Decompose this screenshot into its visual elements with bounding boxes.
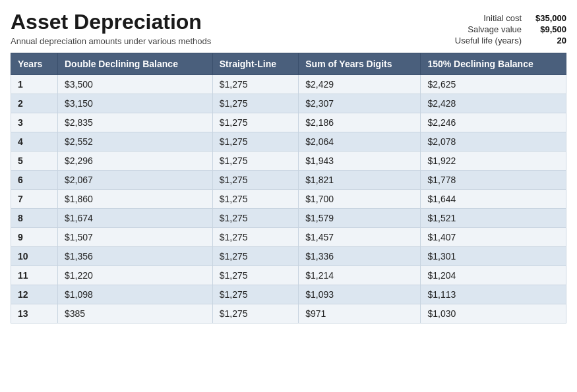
cell-sl: $1,275: [212, 94, 299, 113]
table-row: 1$3,500$1,275$2,429$2,625: [11, 75, 566, 94]
table-row: 13$385$1,275$971$1,030: [11, 304, 566, 323]
table-row: 2$3,150$1,275$2,307$2,428: [11, 94, 566, 113]
cell-db150: $2,246: [421, 113, 566, 132]
param-label: Useful life (years): [455, 36, 522, 45]
cell-ddb: $2,552: [58, 132, 213, 152]
cell-sl: $1,275: [212, 247, 299, 266]
cell-sl: $1,275: [212, 132, 299, 152]
cell-years: 6: [11, 171, 58, 190]
cell-sl: $1,275: [212, 171, 299, 190]
cell-db150: $1,922: [421, 152, 566, 171]
cell-syd: $2,307: [299, 94, 421, 113]
cell-db150: $2,078: [421, 132, 566, 152]
param-label: Initial cost: [455, 13, 522, 23]
cell-years: 2: [11, 94, 58, 113]
cell-years: 12: [11, 285, 58, 304]
cell-db150: $1,113: [421, 285, 566, 304]
table-row: 9$1,507$1,275$1,457$1,407: [11, 228, 566, 247]
cell-years: 11: [11, 266, 58, 285]
cell-sl: $1,275: [212, 152, 299, 171]
cell-years: 13: [11, 304, 58, 323]
table-header-row: YearsDouble Declining BalanceStraight-Li…: [11, 53, 566, 75]
table-row: 11$1,220$1,275$1,214$1,204: [11, 266, 566, 285]
cell-sl: $1,275: [212, 75, 299, 94]
col-header-sl: Straight-Line: [212, 53, 299, 75]
cell-syd: $1,700: [299, 190, 421, 209]
table-row: 10$1,356$1,275$1,336$1,301: [11, 247, 566, 266]
cell-ddb: $1,674: [58, 209, 213, 228]
cell-sl: $1,275: [212, 228, 299, 247]
cell-db150: $1,407: [421, 228, 566, 247]
table-row: 6$2,067$1,275$1,821$1,778: [11, 171, 566, 190]
table-row: 12$1,098$1,275$1,093$1,113: [11, 285, 566, 304]
cell-ddb: $1,356: [58, 247, 213, 266]
cell-years: 4: [11, 132, 58, 152]
col-header-db150: 150% Declining Balance: [421, 53, 566, 75]
top-section: Asset Depreciation Annual depreciation a…: [11, 11, 566, 46]
cell-ddb: $1,220: [58, 266, 213, 285]
cell-db150: $2,428: [421, 94, 566, 113]
cell-ddb: $1,860: [58, 190, 213, 209]
cell-syd: $1,943: [299, 152, 421, 171]
param-label: Salvage value: [455, 24, 522, 34]
cell-ddb: $3,150: [58, 94, 213, 113]
cell-sl: $1,275: [212, 190, 299, 209]
main-title: Asset Depreciation: [11, 11, 211, 34]
cell-db150: $1,301: [421, 247, 566, 266]
cell-ddb: $2,067: [58, 171, 213, 190]
col-header-years: Years: [11, 53, 58, 75]
cell-sl: $1,275: [212, 266, 299, 285]
cell-years: 3: [11, 113, 58, 132]
cell-years: 9: [11, 228, 58, 247]
cell-syd: $1,336: [299, 247, 421, 266]
cell-syd: $1,214: [299, 266, 421, 285]
table-row: 4$2,552$1,275$2,064$2,078: [11, 132, 566, 152]
cell-syd: $2,064: [299, 132, 421, 152]
col-header-syd: Sum of Years Digits: [299, 53, 421, 75]
cell-syd: $1,093: [299, 285, 421, 304]
cell-syd: $971: [299, 304, 421, 323]
col-header-ddb: Double Declining Balance: [58, 53, 213, 75]
param-value: $9,500: [527, 24, 566, 34]
table-body: 1$3,500$1,275$2,429$2,6252$3,150$1,275$2…: [11, 75, 566, 323]
params-block: Initial cost$35,000Salvage value$9,500Us…: [455, 13, 566, 45]
param-value: 20: [527, 36, 566, 45]
cell-ddb: $2,296: [58, 152, 213, 171]
cell-years: 7: [11, 190, 58, 209]
cell-years: 5: [11, 152, 58, 171]
cell-db150: $2,625: [421, 75, 566, 94]
cell-db150: $1,644: [421, 190, 566, 209]
cell-ddb: $3,500: [58, 75, 213, 94]
table-row: 7$1,860$1,275$1,700$1,644: [11, 190, 566, 209]
cell-sl: $1,275: [212, 113, 299, 132]
cell-db150: $1,521: [421, 209, 566, 228]
cell-years: 10: [11, 247, 58, 266]
cell-ddb: $2,835: [58, 113, 213, 132]
cell-syd: $2,429: [299, 75, 421, 94]
cell-db150: $1,204: [421, 266, 566, 285]
cell-years: 1: [11, 75, 58, 94]
cell-sl: $1,275: [212, 304, 299, 323]
table-row: 3$2,835$1,275$2,186$2,246: [11, 113, 566, 132]
cell-sl: $1,275: [212, 209, 299, 228]
table-row: 5$2,296$1,275$1,943$1,922: [11, 152, 566, 171]
cell-syd: $1,821: [299, 171, 421, 190]
cell-syd: $1,579: [299, 209, 421, 228]
subtitle: Annual depreciation amounts under variou…: [11, 36, 211, 46]
cell-db150: $1,778: [421, 171, 566, 190]
cell-ddb: $1,507: [58, 228, 213, 247]
table-row: 8$1,674$1,275$1,579$1,521: [11, 209, 566, 228]
cell-syd: $2,186: [299, 113, 421, 132]
cell-syd: $1,457: [299, 228, 421, 247]
title-block: Asset Depreciation Annual depreciation a…: [11, 11, 211, 46]
param-value: $35,000: [527, 13, 566, 23]
cell-ddb: $1,098: [58, 285, 213, 304]
depreciation-table: YearsDouble Declining BalanceStraight-Li…: [11, 53, 566, 323]
cell-ddb: $385: [58, 304, 213, 323]
cell-sl: $1,275: [212, 285, 299, 304]
cell-years: 8: [11, 209, 58, 228]
cell-db150: $1,030: [421, 304, 566, 323]
